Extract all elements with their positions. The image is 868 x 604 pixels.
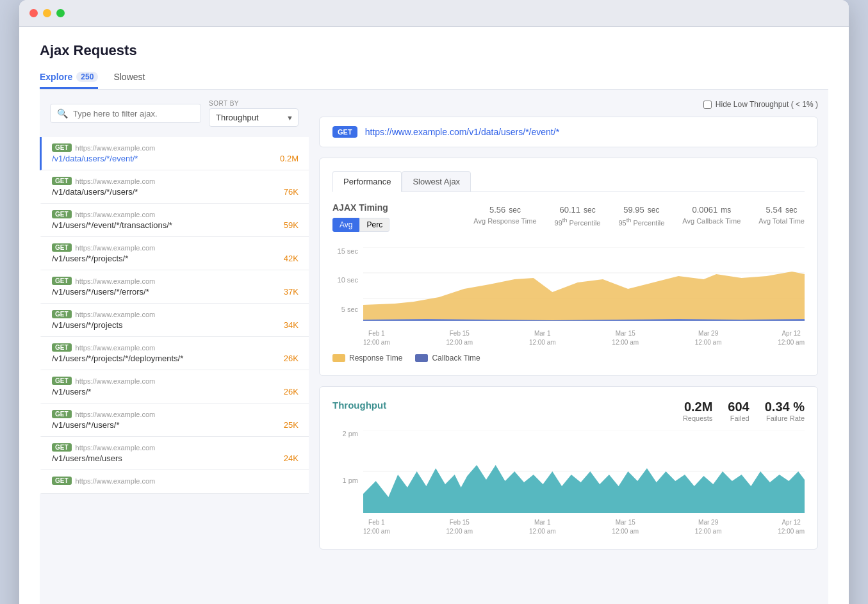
thr-y-label: 1 pm: [332, 477, 358, 484]
request-path-row: /v1/users/*/projects/* 42K: [52, 254, 299, 263]
svg-marker-3: [363, 272, 805, 321]
performance-chart-svg: [363, 247, 805, 324]
request-count: 34K: [284, 320, 299, 330]
through-label: Failure Rate: [765, 414, 805, 422]
thr-y-labels: 2 pm 1 pm: [332, 430, 358, 536]
tab-explore-badge: 250: [76, 72, 98, 82]
legend-label-response: Response Time: [349, 354, 402, 363]
throughput-stats: 0.2M Requests 604 Failed 0.34 % Failure …: [683, 400, 805, 422]
main-area: 🔍 SORT BY Throughput Response Time Error…: [40, 90, 828, 604]
list-item[interactable]: GET https://www.example.com /v1/users/*/…: [40, 404, 309, 437]
stat-label: Avg Callback Time: [682, 217, 741, 225]
list-item[interactable]: GET https://www.example.com /v1/users/*/…: [40, 237, 309, 270]
request-path-row: /v1/users/*/projects/*/deployments/* 26K: [52, 354, 299, 363]
thr-y-label: 2 pm: [332, 430, 358, 437]
left-panel: 🔍 SORT BY Throughput Response Time Error…: [40, 90, 309, 604]
through-value: 0.2M: [683, 400, 712, 414]
request-path-row: /v1/users/*/users/* 25K: [52, 420, 299, 430]
stat-avg-total: 5.54 sec Avg Total Time: [758, 202, 805, 227]
right-panel: Hide Low Throughput ( < 1% ) GET https:/…: [309, 90, 828, 604]
detail-header: GET https://www.example.com/v1/data/user…: [319, 117, 818, 147]
request-path-row: /v1/users/*/event/*/transactions/* 59K: [52, 220, 299, 230]
list-item[interactable]: GET https://www.example.com /v1/users/* …: [40, 370, 309, 404]
x-label: Feb 1512:00 am: [446, 518, 473, 536]
request-path: /v1/users/*/projects: [52, 320, 123, 330]
search-input[interactable]: [73, 109, 194, 118]
request-meta: GET https://www.example.com: [52, 343, 299, 352]
stat-unit: sec: [584, 206, 596, 215]
stat-value: 5.56 sec: [473, 202, 536, 216]
request-count: 42K: [284, 254, 299, 263]
request-count: 76K: [284, 187, 299, 197]
tab-performance[interactable]: Performance: [332, 171, 402, 192]
filter-bar: 🔍 SORT BY Throughput Response Time Error…: [40, 100, 309, 137]
chart-legend: Response Time Callback Time: [332, 354, 805, 363]
list-item[interactable]: GET https://www.example.com /v1/data/use…: [40, 137, 309, 170]
search-box: 🔍: [50, 104, 201, 123]
y-label: 15 sec: [332, 247, 358, 255]
request-path-row: /v1/data/users/*/users/* 76K: [52, 187, 299, 197]
legend-response-time: Response Time: [332, 354, 402, 363]
request-list: GET https://www.example.com /v1/data/use…: [40, 137, 309, 494]
x-label: Feb 112:00 am: [363, 518, 390, 536]
through-label: Requests: [683, 414, 712, 422]
request-path: /v1/users/*: [52, 387, 91, 396]
main-tabs: Explore 250 Slowest: [40, 67, 828, 90]
stat-label: Avg Response Time: [473, 217, 536, 225]
legend-color-response: [332, 354, 345, 362]
close-dot[interactable]: [29, 9, 38, 17]
tab-slowest[interactable]: Slowest: [113, 67, 145, 89]
list-item[interactable]: GET https://www.example.com /v1/users/me…: [40, 437, 309, 470]
x-label: Apr 1212:00 am: [778, 329, 805, 347]
tab-explore-label: Explore: [40, 72, 72, 82]
request-path: /v1/data/users/*/event/*: [52, 154, 138, 163]
request-meta: GET https://www.example.com: [52, 177, 299, 185]
method-badge: GET: [52, 243, 72, 252]
y-label: 5 sec: [332, 306, 358, 313]
perc-button[interactable]: Perc: [359, 218, 389, 232]
sort-group: SORT BY Throughput Response Time Error R…: [209, 100, 299, 127]
domain: https://www.example.com: [76, 277, 156, 285]
method-badge: GET: [52, 343, 72, 352]
method-badge: GET: [52, 143, 72, 152]
request-path: /v1/users/me/users: [52, 453, 122, 463]
throughput-card: Throughput 0.2M Requests 604 Failed: [319, 386, 818, 550]
method-badge: GET: [52, 377, 72, 385]
stat-99th: 60.11 sec 99th Percentile: [555, 202, 601, 227]
list-item[interactable]: GET https://www.example.com: [40, 470, 309, 494]
chart-with-ylabels: 15 sec 10 sec 5 sec: [332, 247, 805, 347]
sort-select[interactable]: Throughput Response Time Error Rate: [209, 108, 299, 127]
list-item[interactable]: GET https://www.example.com /v1/users/*/…: [40, 337, 309, 370]
request-meta: GET https://www.example.com: [52, 277, 299, 285]
stat-95th: 59.95 sec 95th Percentile: [618, 202, 664, 227]
main-window: Ajax Requests Explore 250 Slowest 🔍: [19, 0, 849, 604]
throughput-filter-bar: Hide Low Throughput ( < 1% ): [319, 100, 818, 109]
minimize-dot[interactable]: [43, 9, 51, 17]
performance-chart: Feb 112:00 am Feb 1512:00 am Mar 112:00 …: [363, 247, 805, 347]
through-stat-requests: 0.2M Requests: [683, 400, 712, 422]
sort-label: SORT BY: [209, 100, 299, 107]
maximize-dot[interactable]: [56, 9, 65, 17]
perf-content: AJAX Timing Avg Perc 5.56 sec: [332, 202, 805, 240]
tab-slowest-ajax[interactable]: Slowest Ajax: [402, 171, 471, 192]
x-label: Apr 1212:00 am: [778, 518, 805, 536]
x-axis-labels: Feb 112:00 am Feb 1512:00 am Mar 112:00 …: [363, 329, 805, 347]
request-count: 24K: [284, 453, 299, 463]
request-meta: GET https://www.example.com: [52, 477, 299, 485]
stat-avg-response: 5.56 sec Avg Response Time: [473, 202, 536, 227]
list-item[interactable]: GET https://www.example.com /v1/users/*/…: [40, 270, 309, 304]
domain: https://www.example.com: [76, 477, 156, 485]
titlebar: [19, 0, 849, 27]
y-label: 10 sec: [332, 276, 358, 284]
throughput-chart-svg: [363, 430, 805, 513]
request-path-row: /v1/users/*/projects 34K: [52, 320, 299, 330]
request-meta: GET https://www.example.com: [52, 243, 299, 252]
hide-low-throughput-checkbox[interactable]: [703, 101, 712, 109]
tab-explore[interactable]: Explore 250: [40, 67, 98, 89]
stat-label: 99th Percentile: [555, 217, 601, 227]
list-item[interactable]: GET https://www.example.com /v1/users/*/…: [40, 304, 309, 337]
list-item[interactable]: GET https://www.example.com /v1/users/*/…: [40, 204, 309, 237]
avg-button[interactable]: Avg: [332, 218, 359, 232]
list-item[interactable]: GET https://www.example.com /v1/data/use…: [40, 170, 309, 204]
stat-label: 95th Percentile: [618, 217, 664, 227]
